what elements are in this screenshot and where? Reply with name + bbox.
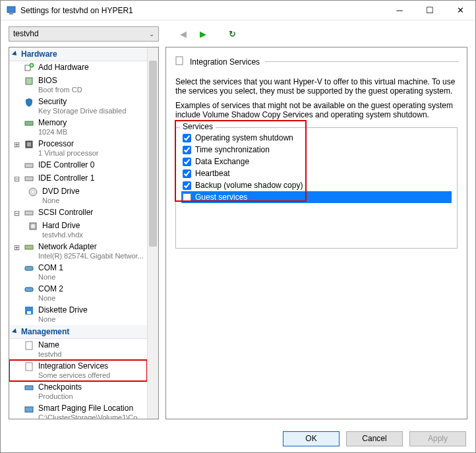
serial-port-icon	[24, 263, 34, 274]
service-time-sync[interactable]: Time synchronization	[181, 144, 452, 156]
tree-ide0[interactable]: IDE Controller 0	[9, 159, 147, 172]
expand-icon[interactable]: ⊞	[13, 242, 20, 253]
svg-rect-19	[27, 311, 31, 314]
svg-rect-5	[25, 121, 33, 125]
app-icon	[6, 5, 16, 16]
window-title: Settings for testvhd on HYPER1	[20, 6, 384, 15]
svg-rect-21	[26, 363, 32, 371]
tree-scrollbar[interactable]	[147, 47, 158, 419]
chip-icon	[24, 76, 34, 86]
close-button[interactable]: ✕	[445, 1, 475, 20]
tree-add-hardware[interactable]: Add Hardware	[9, 61, 147, 75]
category-hardware[interactable]: Hardware	[9, 47, 147, 61]
label: Add Hardware	[38, 63, 89, 72]
svg-rect-20	[26, 342, 32, 349]
tree-bios[interactable]: BIOSBoot from CD	[9, 75, 147, 96]
svg-rect-7	[27, 142, 31, 146]
collapse-icon[interactable]: ⊟	[13, 173, 20, 184]
svg-rect-24	[176, 57, 183, 65]
service-guest-services[interactable]: Guest services	[181, 191, 452, 203]
tree-com2[interactable]: COM 2None	[9, 283, 147, 304]
svg-rect-15	[25, 245, 33, 249]
maximize-button[interactable]: ☐	[415, 1, 445, 20]
refresh-button[interactable]: ↻	[225, 26, 239, 41]
checkpoint-icon	[24, 382, 34, 393]
add-hardware-icon	[24, 63, 34, 73]
toolbar: testvhd ⌄ ◀ ▶ ↻	[1, 20, 475, 47]
expand-icon[interactable]: ⊞	[13, 139, 20, 150]
tree-scsi[interactable]: ⊟ SCSI Controller	[9, 206, 147, 220]
checkbox[interactable]	[183, 193, 191, 202]
vm-selector[interactable]: testvhd ⌄	[9, 26, 159, 42]
checkbox[interactable]	[183, 158, 191, 166]
document-icon	[24, 361, 34, 372]
tree-dvd[interactable]: DVD DriveNone	[9, 185, 147, 206]
controller-icon	[24, 173, 34, 184]
service-data-exchange[interactable]: Data Exchange	[181, 156, 452, 167]
checkbox[interactable]	[183, 146, 191, 154]
controller-icon	[24, 208, 34, 218]
settings-panel: Integration Services Select the services…	[165, 47, 467, 419]
cancel-button[interactable]: Cancel	[346, 431, 403, 446]
titlebar: Settings for testvhd on HYPER1 ─ ☐ ✕	[1, 1, 475, 20]
tree-processor[interactable]: ⊞ Processor1 Virtual processor	[9, 138, 147, 159]
tree-network[interactable]: ⊞ Network AdapterIntel(R) 82574L Gigabit…	[9, 241, 147, 262]
document-icon	[174, 55, 185, 68]
disk-icon	[28, 221, 38, 231]
minimize-button[interactable]: ─	[384, 1, 415, 20]
service-backup[interactable]: Backup (volume shadow copy)	[181, 179, 452, 191]
tree-integration-services[interactable]: Integration ServicesSome services offere…	[9, 360, 147, 381]
svg-rect-12	[25, 211, 33, 215]
shield-icon	[24, 97, 34, 107]
dialog-buttons: OK Cancel Apply	[1, 425, 475, 452]
svg-rect-1	[9, 13, 13, 15]
apply-button[interactable]: Apply	[409, 431, 466, 446]
svg-rect-22	[25, 386, 33, 390]
disc-icon	[28, 187, 38, 197]
checkbox[interactable]	[183, 181, 191, 190]
tree-memory[interactable]: Memory1024 MB	[9, 117, 147, 138]
tree-smart-paging[interactable]: Smart Paging File LocationC:\ClusterStor…	[9, 402, 147, 419]
svg-point-11	[32, 191, 34, 193]
folder-icon	[24, 404, 34, 414]
nav-back-button[interactable]: ◀	[176, 26, 191, 41]
tree-checkpoints[interactable]: CheckpointsProduction	[9, 381, 147, 402]
controller-icon	[24, 160, 34, 171]
ok-button[interactable]: OK	[283, 431, 340, 446]
checkbox[interactable]	[183, 169, 191, 178]
svg-rect-0	[7, 7, 15, 13]
checkbox[interactable]	[183, 134, 191, 142]
svg-rect-9	[25, 177, 33, 181]
service-heartbeat[interactable]: Heartbeat	[181, 167, 452, 179]
vm-selector-value: testvhd	[13, 29, 39, 38]
cpu-icon	[24, 139, 34, 150]
document-icon	[24, 340, 34, 351]
settings-window: Settings for testvhd on HYPER1 ─ ☐ ✕ tes…	[0, 0, 476, 453]
memory-icon	[24, 118, 34, 129]
tree-security[interactable]: SecurityKey Storage Drive disabled	[9, 96, 147, 117]
panel-description-1: Select the services that you want Hyper-…	[175, 77, 458, 96]
tree-name[interactable]: Nametestvhd	[9, 339, 147, 360]
tree-ide1[interactable]: ⊟ IDE Controller 1	[9, 172, 147, 185]
panel-title: Integration Services	[190, 57, 260, 67]
nav-forward-button[interactable]: ▶	[196, 26, 210, 41]
collapse-icon[interactable]: ⊟	[13, 208, 20, 218]
svg-rect-16	[25, 266, 33, 270]
network-icon	[24, 242, 34, 253]
tree-diskette[interactable]: Diskette DriveNone	[9, 304, 147, 325]
tree-hdd[interactable]: Hard Drivetestvhd.vhdx	[9, 220, 147, 241]
services-group: Services Operating system shutdown Time …	[175, 127, 458, 249]
services-legend: Services	[180, 122, 216, 131]
panel-description-2: Examples of services that might not be a…	[175, 101, 458, 119]
svg-rect-17	[25, 287, 33, 291]
nav-tree: Hardware Add Hardware BIOSBoot from CD S…	[9, 47, 159, 419]
floppy-icon	[24, 305, 34, 316]
category-management[interactable]: Management	[9, 325, 147, 339]
tree-com1[interactable]: COM 1None	[9, 262, 147, 283]
serial-port-icon	[24, 284, 34, 295]
service-os-shutdown[interactable]: Operating system shutdown	[181, 132, 452, 144]
svg-rect-23	[25, 407, 33, 412]
svg-rect-8	[25, 164, 33, 167]
svg-point-14	[31, 224, 35, 228]
chevron-down-icon: ⌄	[149, 30, 154, 38]
